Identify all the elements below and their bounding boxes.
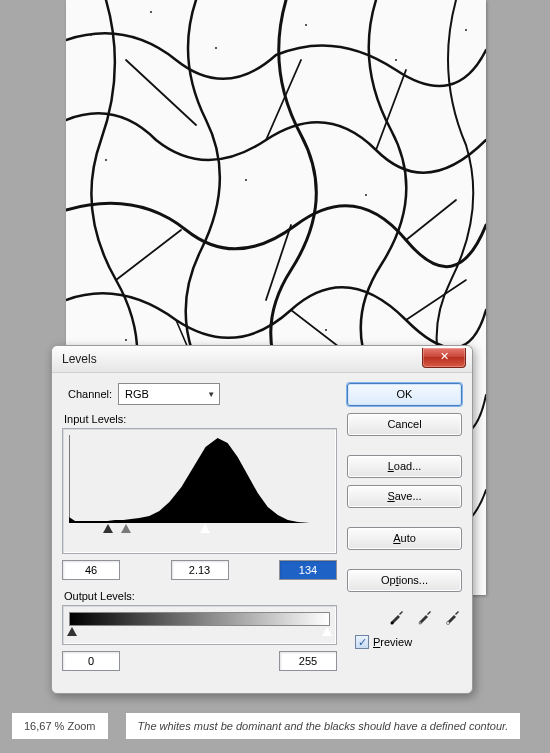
- save-button[interactable]: Save...: [347, 485, 462, 508]
- output-gradient: [69, 612, 330, 626]
- input-white-field[interactable]: 134: [279, 560, 337, 580]
- titlebar[interactable]: Levels ✕: [52, 346, 472, 373]
- svg-point-5: [395, 59, 397, 61]
- svg-point-2: [150, 11, 152, 13]
- close-button[interactable]: ✕: [422, 348, 466, 368]
- dialog-title: Levels: [62, 352, 97, 366]
- eyedropper-black-icon[interactable]: [388, 607, 406, 625]
- cancel-button[interactable]: Cancel: [347, 413, 462, 436]
- white-point-slider[interactable]: [200, 524, 210, 533]
- options-button[interactable]: Options...: [347, 569, 462, 592]
- check-icon: ✓: [358, 637, 367, 647]
- svg-point-11: [325, 329, 327, 331]
- channel-dropdown[interactable]: RGB ▼: [118, 383, 220, 405]
- svg-point-14: [391, 622, 394, 625]
- output-slider-track[interactable]: [69, 626, 330, 640]
- output-white-slider[interactable]: [322, 627, 332, 636]
- chevron-down-icon: ▼: [207, 390, 215, 399]
- input-gamma-field[interactable]: 2.13: [171, 560, 229, 580]
- svg-point-10: [125, 339, 127, 341]
- black-point-slider[interactable]: [103, 524, 113, 533]
- output-levels-box: [62, 605, 337, 645]
- output-white-field[interactable]: 255: [279, 651, 337, 671]
- svg-point-6: [465, 29, 467, 31]
- svg-point-15: [419, 622, 422, 625]
- svg-point-8: [245, 179, 247, 181]
- preview-checkbox[interactable]: ✓: [355, 635, 369, 649]
- input-black-field[interactable]: 46: [62, 560, 120, 580]
- eyedropper-white-icon[interactable]: [444, 607, 462, 625]
- input-levels-label: Input Levels:: [64, 413, 337, 425]
- zoom-indicator: 16,67 % Zoom: [12, 713, 108, 739]
- svg-point-3: [215, 47, 217, 49]
- histogram: [62, 428, 337, 554]
- channel-value: RGB: [125, 388, 149, 400]
- preview-label: Preview: [373, 636, 412, 648]
- output-black-slider[interactable]: [67, 627, 77, 636]
- auto-button[interactable]: Auto: [347, 527, 462, 550]
- svg-point-16: [447, 622, 450, 625]
- eyedropper-group: [347, 607, 462, 625]
- channel-label: Channel:: [68, 388, 112, 400]
- midtone-slider[interactable]: [121, 524, 131, 533]
- ok-button[interactable]: OK: [347, 383, 462, 406]
- svg-point-4: [305, 24, 307, 26]
- eyedropper-gray-icon[interactable]: [416, 607, 434, 625]
- close-icon: ✕: [440, 350, 449, 362]
- output-black-field[interactable]: 0: [62, 651, 120, 671]
- levels-dialog: Levels ✕ Channel: RGB ▼ Input Levels:: [51, 345, 473, 694]
- input-slider-track[interactable]: [69, 523, 330, 537]
- footer-note: The whites must be dominant and the blac…: [126, 713, 521, 739]
- svg-point-7: [105, 159, 107, 161]
- svg-point-9: [365, 194, 367, 196]
- output-levels-label: Output Levels:: [64, 590, 337, 602]
- histogram-chart: [69, 435, 330, 523]
- svg-point-1: [90, 34, 92, 36]
- load-button[interactable]: Load...: [347, 455, 462, 478]
